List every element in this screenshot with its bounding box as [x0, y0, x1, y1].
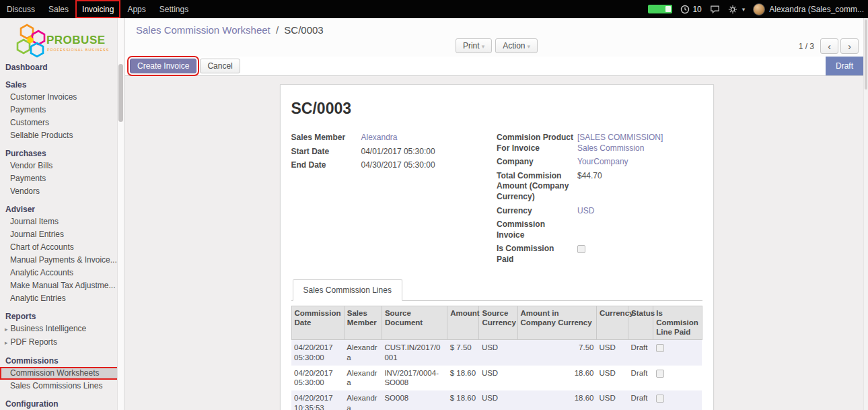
col-header-commission-date[interactable]: Commission Date — [291, 306, 344, 339]
pager-value: 1 / 3 — [799, 42, 814, 51]
is-commission-paid-label: Is Commission Paid — [497, 244, 577, 265]
breadcrumb-current: SC/0003 — [284, 24, 323, 36]
create-invoice-button[interactable]: Create Invoice — [130, 59, 196, 73]
table-row[interactable]: 04/20/2017 05:30:00 Alexandra INV/2017/0… — [291, 366, 702, 391]
cell-status: Draft — [628, 390, 653, 410]
cell-amount: $ 18.60 — [447, 390, 479, 410]
developer-tools-menu[interactable]: ▾ — [728, 5, 746, 14]
commission-lines-table: Commission Date Sales Member Source Docu… — [291, 306, 702, 410]
line-paid-checkbox[interactable] — [656, 395, 664, 403]
main-scrollbar-thumb[interactable] — [865, 20, 867, 90]
sidebar-item-analytic-accounts[interactable]: Analytic Accounts — [0, 267, 124, 279]
breadcrumb-separator: / — [276, 24, 279, 36]
cell-source-document: INV/2017/0004-SO008 — [382, 366, 447, 391]
table-header-row: Commission Date Sales Member Source Docu… — [291, 306, 702, 339]
sidebar-item-make-manual-tax-adjustments[interactable]: Make Manual Tax Adjustme... — [0, 279, 124, 292]
line-paid-checkbox[interactable] — [656, 344, 664, 352]
company-link[interactable]: YourCompany — [577, 157, 678, 168]
sidebar-item-pdf-reports[interactable]: ▸PDF Reports — [0, 336, 124, 349]
activities-menu[interactable]: 10 — [680, 5, 701, 14]
sidebar-section-dashboard[interactable]: Dashboard — [0, 61, 124, 73]
sidebar-scrollbar[interactable] — [117, 18, 124, 410]
cell-sales-member: Alexandra — [344, 339, 382, 365]
cell-status: Draft — [628, 366, 653, 391]
cell-commission-date: 04/20/2017 05:30:00 — [291, 366, 344, 391]
sidebar-section-commissions: Commissions — [0, 355, 124, 367]
cancel-button[interactable]: Cancel — [200, 59, 240, 73]
sidebar-item-journal-items[interactable]: Journal Items — [0, 215, 124, 228]
sidebar-item-payments-sales[interactable]: Payments — [0, 104, 124, 116]
sidebar-nav: Dashboard Sales Customer Invoices Paymen… — [0, 61, 124, 410]
sidebar-item-chart-of-accounts[interactable]: Chart of Accounts — [0, 241, 124, 254]
app-menus: Discuss Sales Invoicing Apps Settings — [0, 0, 195, 18]
user-menu[interactable]: Alexandra (Sales_comm... — [753, 3, 864, 15]
sidebar-item-business-intelligence[interactable]: ▸Business Intelligence — [0, 322, 124, 336]
col-header-amount-in-company-currency[interactable]: Amount in Company Currency — [517, 306, 596, 339]
line-paid-checkbox[interactable] — [656, 370, 664, 378]
col-header-amount[interactable]: Amount — [447, 306, 479, 339]
col-header-is-commission-line-paid[interactable]: Is Commision Line Paid — [653, 306, 702, 339]
field-group-left: Sales MemberAlexandra Start Date04/01/20… — [291, 133, 497, 269]
commission-product-link[interactable]: [SALES COMMISSION] Sales Commission — [577, 133, 678, 153]
col-header-currency[interactable]: Currency — [596, 306, 628, 339]
sales-member-link[interactable]: Alexandra — [361, 133, 472, 143]
sidebar-item-sellable-products[interactable]: Sellable Products — [0, 129, 124, 142]
sidebar-item-commission-worksheets[interactable]: Commission Worksheets — [0, 367, 124, 380]
field-group-right: Commision Product For Invoice[SALES COMM… — [497, 133, 702, 269]
start-date-value: 04/01/2017 05:30:00 — [361, 147, 472, 158]
col-header-sales-member[interactable]: Sales Member — [344, 306, 382, 339]
cell-line-paid — [653, 366, 702, 391]
gear-icon — [728, 5, 737, 14]
avatar — [753, 3, 765, 15]
company-logo: PROBUSE PROFESSIONAL BUSINESS — [0, 18, 124, 60]
sidebar-item-journal-entries[interactable]: Journal Entries — [0, 228, 124, 241]
sidebar-item-customers[interactable]: Customers — [0, 116, 124, 129]
topmenu-apps[interactable]: Apps — [120, 0, 152, 18]
table-row[interactable]: 04/20/2017 10:35:53 Alexandra SO008 $ 18… — [291, 390, 702, 410]
total-commission-amount-value: $44.70 — [577, 171, 678, 203]
cell-source-currency: USD — [479, 390, 517, 410]
is-commission-paid-checkbox[interactable] — [577, 245, 585, 253]
top-navbar: Discuss Sales Invoicing Apps Settings 10… — [0, 0, 868, 18]
record-sheet: SC/0003 Sales MemberAlexandra Start Date… — [280, 84, 714, 410]
sidebar-item-vendor-bills[interactable]: Vendor Bills — [0, 160, 124, 172]
sidebar-item-customer-invoices[interactable]: Customer Invoices — [0, 91, 124, 104]
sidebar-scrollbar-thumb[interactable] — [118, 64, 123, 122]
topmenu-discuss[interactable]: Discuss — [0, 0, 42, 18]
pager-previous-button[interactable]: ‹ — [820, 38, 838, 54]
chat-icon — [710, 5, 720, 14]
breadcrumb-parent-link[interactable]: Sales Commission Worksheet — [136, 24, 270, 36]
main-scrollbar[interactable] — [863, 18, 868, 410]
col-header-source-document[interactable]: Source Document — [382, 306, 447, 339]
print-dropdown-button[interactable]: Print▾ — [456, 38, 492, 53]
sidebar-item-payments-purchases[interactable]: Payments — [0, 172, 124, 185]
end-date-label: End Date — [291, 160, 361, 171]
sidebar-section-adviser: Adviser — [0, 203, 124, 215]
topmenu-settings[interactable]: Settings — [153, 0, 195, 18]
company-label: Company — [497, 157, 577, 168]
cell-source-document: CUST.IN/2017/0001 — [382, 339, 447, 365]
tab-sales-commission-lines[interactable]: Sales Commission Lines — [293, 279, 402, 301]
cell-commission-date: 04/20/2017 05:30:00 — [291, 339, 344, 365]
topmenu-sales[interactable]: Sales — [42, 0, 75, 18]
print-label: Print — [463, 41, 480, 50]
topmenu-invoicing[interactable]: Invoicing — [75, 0, 120, 18]
table-row[interactable]: 04/20/2017 05:30:00 Alexandra CUST.IN/20… — [291, 339, 702, 365]
record-title: SC/0003 — [291, 100, 702, 118]
cell-amount-company: 7.50 — [517, 339, 596, 365]
sidebar-item-sales-commissions-lines[interactable]: Sales Commissions Lines — [0, 380, 124, 392]
cell-amount: $ 7.50 — [447, 339, 479, 365]
sidebar-item-analytic-entries[interactable]: Analytic Entries — [0, 292, 124, 305]
sidebar-section-purchases: Purchases — [0, 147, 124, 160]
cell-sales-member: Alexandra — [344, 390, 382, 410]
action-dropdown-button[interactable]: Action▾ — [495, 38, 538, 53]
col-header-status[interactable]: Status — [628, 306, 653, 339]
pager-next-button[interactable]: › — [840, 38, 859, 54]
sidebar-item-vendors[interactable]: Vendors — [0, 185, 124, 198]
messages-menu[interactable] — [710, 5, 720, 14]
col-header-source-currency[interactable]: Source Currency — [479, 306, 517, 339]
sidebar-item-manual-payments-invoice[interactable]: Manual Payments & Invoice... — [0, 254, 124, 267]
activities-count: 10 — [692, 5, 701, 14]
currency-link[interactable]: USD — [577, 206, 678, 217]
commission-invoice-label: Commission Invoice — [497, 219, 577, 240]
